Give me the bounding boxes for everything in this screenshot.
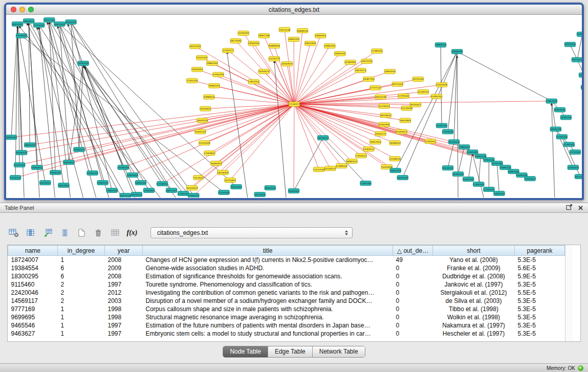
graph-edge[interactable] — [227, 52, 248, 198]
graph-edge[interactable] — [468, 152, 472, 179]
graph-node[interactable]: 7253944 — [193, 176, 203, 180]
table-options-icon[interactable] — [7, 227, 20, 239]
graph-node[interactable]: 18391204 — [550, 127, 561, 132]
graph-node[interactable]: 17391404 — [360, 181, 372, 186]
graph-node[interactable]: 16905914 — [63, 160, 75, 165]
network-canvas-svg[interactable]: 1831200417015304181849521740413019862504… — [6, 15, 582, 198]
graph-edge[interactable] — [198, 104, 294, 178]
graph-node[interactable]: 10341304 — [14, 163, 25, 167]
function-builder-icon[interactable]: f(x) — [125, 227, 139, 239]
graph-node[interactable]: 18312004 — [190, 44, 201, 49]
table-row[interactable]: 2242004622012Investigating the contribut… — [8, 289, 565, 297]
tab-node-table[interactable]: Node Table — [223, 346, 268, 357]
graph-node[interactable]: 16905014 — [23, 18, 34, 23]
graph-node[interactable]: 17485043 — [372, 49, 383, 53]
zoom-window-button[interactable] — [28, 7, 34, 12]
graph-node[interactable]: 19564104 — [335, 51, 346, 56]
graph-edge[interactable] — [83, 63, 133, 175]
graph-node[interactable]: 18605104 — [24, 143, 35, 147]
graph-node[interactable]: 17924042 — [442, 129, 453, 134]
graph-node[interactable]: 17404130 — [187, 78, 198, 83]
graph-node[interactable]: 18105004 — [16, 33, 27, 38]
graph-node[interactable]: 15953104 — [546, 99, 557, 103]
graph-edge[interactable] — [552, 103, 555, 198]
graph-node[interactable]: 19274204 — [572, 57, 582, 62]
graph-node[interactable]: 16905204 — [135, 181, 146, 185]
graph-node[interactable]: 18184952 — [192, 67, 203, 72]
delete-trash-icon[interactable] — [92, 227, 105, 239]
graph-node[interactable]: 18915304 — [166, 188, 177, 193]
graph-edge[interactable] — [49, 20, 55, 172]
graph-node[interactable]: 17710554 — [570, 150, 581, 155]
graph-node[interactable]: 18920514 — [265, 186, 276, 190]
graph-node[interactable]: 16496042 — [389, 141, 401, 145]
graph-node[interactable]: 12391504 — [563, 142, 575, 147]
graph-node[interactable]: 19054904 — [58, 183, 70, 188]
graph-node[interactable]: 19753104 — [412, 77, 424, 81]
graph-node[interactable]: 16983604 — [269, 43, 280, 48]
graph-node[interactable]: 16265204 — [288, 189, 299, 193]
graph-node[interactable]: 15493042 — [425, 139, 436, 144]
graph-node[interactable]: 12715104 — [33, 23, 45, 27]
graph-node[interactable]: 20260514 — [74, 147, 85, 152]
network-window-titlebar[interactable]: citations_edges.txt — [6, 5, 582, 15]
graph-edge[interactable] — [83, 66, 176, 198]
graph-node[interactable]: 16991204 — [494, 191, 505, 196]
graph-edge[interactable] — [323, 138, 365, 183]
table-vertical-scrollbar[interactable] — [565, 245, 573, 341]
table-row[interactable]: 911546021997Tourette syndrome. Phenomeno… — [8, 280, 565, 289]
graph-node[interactable]: 13220174 — [269, 56, 280, 61]
graph-edge[interactable] — [294, 104, 497, 164]
graph-node[interactable]: 16487704 — [363, 77, 375, 81]
graph-edge[interactable] — [472, 154, 484, 198]
graph-node[interactable]: 17265104 — [178, 191, 189, 196]
graph-edge[interactable] — [123, 104, 294, 168]
graph-edge[interactable] — [254, 82, 294, 104]
graph-edge[interactable] — [294, 71, 360, 104]
graph-node[interactable]: 17777141 — [370, 85, 381, 90]
graph-node[interactable]: 15582904 — [345, 60, 356, 64]
graph-node[interactable]: 18416042 — [380, 113, 391, 118]
column-header-in_degree[interactable]: in_degree — [58, 246, 105, 256]
graph-node[interactable]: 12905104 — [188, 193, 200, 198]
graph-node[interactable]: 16359214 — [258, 69, 270, 74]
graph-node[interactable]: 14905904 — [127, 173, 138, 178]
graph-node[interactable]: 18698334 — [297, 28, 308, 33]
graph-node[interactable]: 15454049 — [436, 82, 447, 87]
close-window-button[interactable] — [11, 7, 16, 12]
graph-node[interactable]: 15391504 — [436, 123, 447, 128]
graph-node[interactable]: 18307029 — [197, 118, 208, 123]
graph-node[interactable]: 16614904 — [54, 21, 66, 26]
graph-hub-node[interactable]: 17240477 — [289, 102, 300, 106]
graph-node[interactable]: 17891504 — [459, 145, 470, 149]
graph-node[interactable]: 12168104 — [389, 157, 401, 161]
graph-node[interactable]: 16205014 — [131, 192, 142, 197]
graph-node[interactable]: 12489104 — [336, 164, 347, 168]
column-header-year[interactable]: year — [105, 246, 143, 256]
graph-node[interactable]: 19202104 — [195, 129, 206, 134]
graph-node[interactable]: 17554104 — [219, 190, 230, 195]
graph-node[interactable]: 19125248 — [279, 27, 290, 32]
graph-node[interactable]: 17865104 — [106, 188, 118, 193]
graph-edge[interactable] — [294, 43, 310, 104]
graph-node[interactable]: 12905834 — [143, 188, 155, 193]
graph-edge[interactable] — [478, 156, 481, 184]
column-header-out_degree[interactable]: △ out_de… — [393, 246, 433, 256]
graph-node[interactable]: 16604104 — [288, 37, 299, 41]
graph-edge[interactable] — [264, 72, 294, 104]
graph-node[interactable]: 15905314 — [97, 181, 108, 185]
graph-edge[interactable] — [294, 39, 294, 104]
graph-node[interactable]: 15493121 — [363, 147, 375, 151]
graph-node[interactable]: 16391204 — [452, 172, 464, 177]
graph-node[interactable]: 16905104 — [390, 168, 401, 173]
graph-node[interactable]: 16905504 — [6, 135, 17, 140]
graph-node[interactable]: 16774104 — [575, 174, 582, 179]
column-visibility-icon[interactable] — [58, 227, 71, 239]
graph-node[interactable]: 15391004 — [568, 165, 579, 170]
graph-node[interactable]: 19669144 — [435, 42, 446, 47]
graph-node[interactable]: 17847014 — [248, 79, 259, 84]
graph-node[interactable]: 16976714 — [355, 68, 366, 73]
graph-edge[interactable] — [294, 101, 552, 104]
graph-node[interactable]: 17015304 — [197, 55, 208, 60]
graph-node[interactable]: 16881914 — [346, 159, 358, 164]
